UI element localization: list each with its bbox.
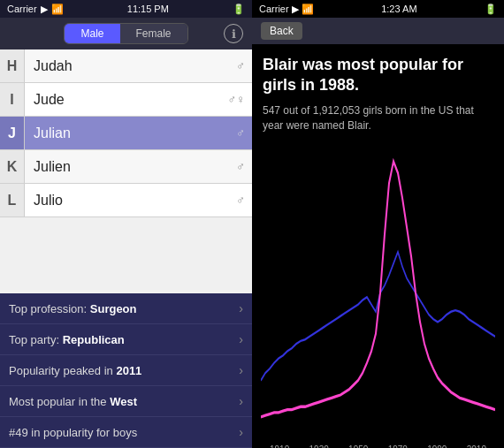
chevron-region-icon: › — [239, 394, 243, 408]
right-status-left: Carrier ▶ 📶 — [259, 4, 314, 15]
gender-julian: ♂ — [236, 126, 252, 140]
right-signal-icon: ▶ 📶 — [292, 4, 314, 14]
info-region-text: Most popular in the West — [9, 395, 239, 408]
info-button[interactable]: ℹ — [224, 24, 243, 43]
name-row-julio[interactable]: L Julio ♂ — [0, 184, 252, 217]
right-panel: Carrier ▶ 📶 1:23 AM 🔋 Back Blair was mos… — [252, 0, 504, 448]
back-button[interactable]: Back — [261, 22, 302, 40]
left-status-left: Carrier ▶ 📶 — [7, 4, 64, 15]
right-battery-icon: 🔋 — [485, 4, 497, 15]
gender-julio: ♂ — [236, 194, 252, 207]
x-label-1970: 1970 — [388, 444, 408, 448]
wifi-icon: 📶 — [51, 4, 64, 15]
top-controls: Male Female ℹ — [0, 18, 252, 49]
left-panel: Carrier ▶ 📶 11:15 PM 🔋 Male Female ℹ H J… — [0, 0, 252, 448]
row-letter-k: K — [0, 150, 25, 183]
chevron-party-icon: › — [239, 332, 243, 346]
name-list: H Judah ♂ I Jude ♂♀ J Julian ♂ K Julien … — [0, 49, 252, 293]
gender-judah: ♂ — [236, 59, 252, 72]
info-row-party[interactable]: Top party: Republican › — [0, 324, 252, 355]
left-time: 11:15 PM — [127, 4, 169, 14]
info-row-profession[interactable]: Top profession: Surgeon › — [0, 293, 252, 324]
row-letter-i: I — [0, 83, 25, 116]
right-time: 1:23 AM — [381, 4, 416, 14]
name-julien: Julien — [25, 159, 236, 175]
right-carrier: Carrier — [259, 4, 289, 14]
left-status-bar: Carrier ▶ 📶 11:15 PM 🔋 — [0, 0, 252, 18]
info-profession-text: Top profession: Surgeon — [9, 302, 239, 315]
info-popularity-text: Popularity peaked in 2011 — [9, 364, 239, 377]
name-jude: Jude — [25, 92, 228, 108]
right-subtitle: 547 out of 1,912,053 girls born in the U… — [263, 103, 493, 133]
chart-x-labels: 1910 1930 1950 1970 1990 2010 — [261, 443, 495, 448]
name-judah: Judah — [25, 58, 236, 74]
name-julian: Julian — [25, 125, 236, 141]
info-row-rank[interactable]: #49 in popularity for boys › — [0, 417, 252, 448]
info-rank-text: #49 in popularity for boys — [9, 426, 239, 439]
signal-icon: ▶ — [41, 4, 48, 15]
name-julio: Julio — [25, 193, 236, 209]
info-row-region[interactable]: Most popular in the West › — [0, 386, 252, 417]
chevron-popularity-icon: › — [239, 363, 243, 377]
right-status-bar: Carrier ▶ 📶 1:23 AM 🔋 — [252, 0, 504, 18]
row-letter-h: H — [0, 49, 25, 82]
gender-segmented-control[interactable]: Male Female — [64, 23, 187, 44]
info-party-text: Top party: Republican — [9, 333, 239, 346]
info-row-popularity[interactable]: Popularity peaked in 2011 › — [0, 355, 252, 386]
popularity-chart — [261, 147, 495, 439]
x-label-1950: 1950 — [348, 444, 368, 448]
name-row-julian[interactable]: J Julian ♂ — [0, 117, 252, 150]
female-button[interactable]: Female — [120, 24, 187, 43]
x-label-1930: 1930 — [309, 444, 329, 448]
row-letter-l: L — [0, 184, 25, 216]
chevron-profession-icon: › — [239, 301, 243, 315]
left-carrier: Carrier — [7, 4, 37, 14]
chart-container: 1910 1930 1950 1970 1990 2010 — [252, 147, 504, 448]
male-button[interactable]: Male — [65, 24, 119, 43]
name-row-judah[interactable]: H Judah ♂ — [0, 49, 252, 83]
info-icon: ℹ — [232, 27, 236, 41]
row-letter-j: J — [0, 117, 25, 149]
gender-julien: ♂ — [236, 160, 252, 173]
left-status-right: 🔋 — [233, 4, 245, 15]
right-title: Blair was most popular for girls in 1988… — [263, 55, 493, 96]
x-label-2010: 2010 — [467, 444, 486, 448]
gender-jude: ♂♀ — [228, 93, 253, 106]
chevron-rank-icon: › — [239, 425, 243, 439]
back-bar: Back — [252, 18, 504, 44]
right-content: Blair was most popular for girls in 1988… — [252, 44, 504, 147]
name-row-jude[interactable]: I Jude ♂♀ — [0, 83, 252, 117]
x-label-1910: 1910 — [270, 444, 289, 448]
name-row-julien[interactable]: K Julien ♂ — [0, 150, 252, 184]
x-label-1990: 1990 — [427, 444, 447, 448]
info-list: Top profession: Surgeon › Top party: Rep… — [0, 293, 252, 448]
battery-icon: 🔋 — [233, 4, 245, 15]
